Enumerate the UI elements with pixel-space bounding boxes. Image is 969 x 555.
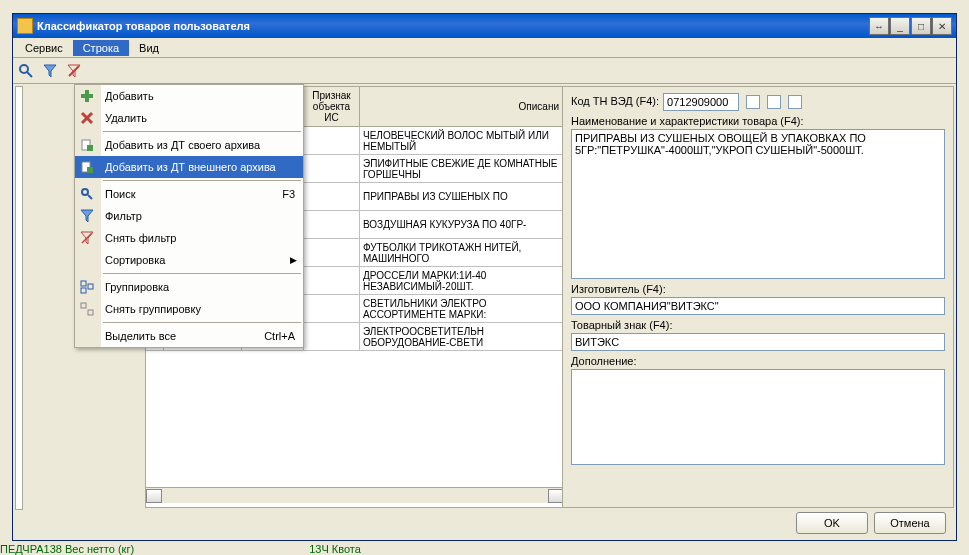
addition-input[interactable] [571, 369, 945, 465]
svg-point-11 [82, 189, 88, 195]
cell-desc: ДРОССЕЛИ МАРКИ:1И-40 НЕЗАВИСИМЫЙ-20ШТ. [360, 267, 564, 294]
menu-add-external-archive[interactable]: Добавить из ДТ внешнего архива [75, 156, 303, 178]
plus-icon [79, 88, 95, 104]
app-icon [17, 18, 33, 34]
status-left: ПЕДЧРА138 Вес нетто (кг) 13Ч Квота [0, 543, 361, 555]
group-icon [79, 279, 95, 295]
menu-add[interactable]: Добавить [75, 85, 303, 107]
svg-line-12 [88, 195, 92, 199]
menu-sep [103, 322, 301, 323]
toolbar-search-icon[interactable] [15, 60, 37, 82]
cell-is [304, 295, 360, 322]
window-buttons: ↔ _ □ ✕ [869, 17, 952, 35]
menu-filter[interactable]: Фильтр [75, 205, 303, 227]
menu-ungroup[interactable]: Снять группировку [75, 298, 303, 320]
toolbar [13, 58, 956, 84]
minimize-button[interactable]: _ [890, 17, 910, 35]
cell-is [304, 155, 360, 182]
menu-group-label: Группировка [105, 281, 169, 293]
menu-add-ext-label: Добавить из ДТ внешнего архива [105, 161, 276, 173]
flag-check-3[interactable] [788, 95, 802, 109]
cell-desc: ЭПИФИТНЫЕ СВЕЖИЕ ДЕ КОМНАТНЫЕ ГОРШЕЧНЫ [360, 155, 564, 182]
addfile-icon [79, 137, 95, 153]
body-area: Добавить Удалить Добавить из ДТ своего а… [13, 84, 956, 512]
name-input[interactable]: ПРИПРАВЫ ИЗ СУШЕНЫХ ОВОЩЕЙ В УПАКОВКАХ П… [571, 129, 945, 279]
menu-group[interactable]: Группировка [75, 276, 303, 298]
code-label: Код ТН ВЭД (F4): [571, 95, 659, 107]
window-title: Классификатор товаров пользователя [37, 20, 869, 32]
cell-desc: ВОЗДУШНАЯ КУКУРУЗА ПО 40ГР- [360, 211, 564, 238]
addfile-icon [79, 159, 95, 175]
tree-panel [15, 86, 23, 510]
filter-icon [79, 208, 95, 224]
swap-button[interactable]: ↔ [869, 17, 889, 35]
cell-is [304, 323, 360, 350]
svg-rect-15 [81, 288, 86, 293]
svg-line-1 [27, 72, 32, 77]
scroll-left-button[interactable] [146, 489, 162, 503]
svg-rect-14 [81, 281, 86, 286]
cell-is [304, 127, 360, 154]
titlebar: Классификатор товаров пользователя ↔ _ □… [13, 14, 956, 38]
code-input[interactable] [663, 93, 739, 111]
maximize-button[interactable]: □ [911, 17, 931, 35]
cell-is [304, 183, 360, 210]
details-panel: Код ТН ВЭД (F4): Наименование и характер… [562, 86, 954, 508]
svg-point-0 [20, 65, 28, 73]
submenu-arrow-icon: ▶ [290, 255, 297, 265]
addition-label: Дополнение: [571, 355, 945, 367]
menu-row[interactable]: Строка [73, 40, 129, 56]
menu-service[interactable]: Сервис [15, 40, 73, 56]
menu-filter-label: Фильтр [105, 210, 142, 222]
filter-off-icon [79, 230, 95, 246]
col-is[interactable]: Признак объекта ИС [304, 87, 360, 126]
menu-search[interactable]: ПоискF3 [75, 183, 303, 205]
grid-hscroll[interactable] [146, 487, 564, 503]
menu-add-own-archive[interactable]: Добавить из ДТ своего архива [75, 134, 303, 156]
cell-is [304, 267, 360, 294]
menu-clear-filter[interactable]: Снять фильтр [75, 227, 303, 249]
flag-check-2[interactable] [767, 95, 781, 109]
context-menu: Добавить Удалить Добавить из ДТ своего а… [74, 84, 304, 348]
search-icon [79, 186, 95, 202]
footer-buttons: OK Отмена [796, 510, 954, 536]
menu-select-all[interactable]: Выделить всеCtrl+A [75, 325, 303, 347]
svg-rect-17 [81, 303, 86, 308]
x-icon [79, 110, 95, 126]
app-window: Классификатор товаров пользователя ↔ _ □… [12, 13, 957, 541]
menu-add-label: Добавить [105, 90, 154, 102]
maker-input[interactable] [571, 297, 945, 315]
menu-sep [103, 180, 301, 181]
cell-desc: ПРИПРАВЫ ИЗ СУШЕНЫХ ПО [360, 183, 564, 210]
cell-desc: ЧЕЛОВЕЧЕСКИЙ ВОЛОС МЫТЫЙ ИЛИ НЕМЫТЫЙ [360, 127, 564, 154]
toolbar-filter-icon[interactable] [39, 60, 61, 82]
cell-desc: ФУТБОЛКИ ТРИКОТАЖН НИТЕЙ, МАШИННОГО [360, 239, 564, 266]
svg-rect-4 [81, 94, 93, 98]
menu-search-shortcut: F3 [282, 188, 295, 200]
menu-selectall-label: Выделить все [105, 330, 176, 342]
menu-delete[interactable]: Удалить [75, 107, 303, 129]
menu-selectall-shortcut: Ctrl+A [264, 330, 295, 342]
menu-ungroup-label: Снять группировку [105, 303, 201, 315]
menu-clearfilter-label: Снять фильтр [105, 232, 176, 244]
svg-rect-8 [87, 145, 93, 151]
menu-sort[interactable]: Сортировка▶ [75, 249, 303, 271]
cell-desc: СВЕТИЛЬНИКИ ЭЛЕКТРО АССОРТИМЕНТЕ МАРКИ: [360, 295, 564, 322]
svg-rect-16 [88, 284, 93, 289]
mark-input[interactable] [571, 333, 945, 351]
cancel-button[interactable]: Отмена [874, 512, 946, 534]
menu-view[interactable]: Вид [129, 40, 169, 56]
cell-is [304, 239, 360, 266]
group-off-icon [79, 301, 95, 317]
close-button[interactable]: ✕ [932, 17, 952, 35]
status-right-text: 13Ч Квота [309, 543, 361, 555]
menu-sep [103, 273, 301, 274]
menu-add-own-label: Добавить из ДТ своего архива [105, 139, 260, 151]
svg-rect-10 [87, 167, 93, 173]
cell-desc: ЭЛЕКТРООСВЕТИТЕЛЬН ОБОРУДОВАНИЕ-СВЕТИ [360, 323, 564, 350]
flag-check-1[interactable] [746, 95, 760, 109]
maker-label: Изготовитель (F4): [571, 283, 945, 295]
ok-button[interactable]: OK [796, 512, 868, 534]
col-desc[interactable]: Описани [360, 87, 564, 126]
toolbar-clearfilter-icon[interactable] [63, 60, 85, 82]
